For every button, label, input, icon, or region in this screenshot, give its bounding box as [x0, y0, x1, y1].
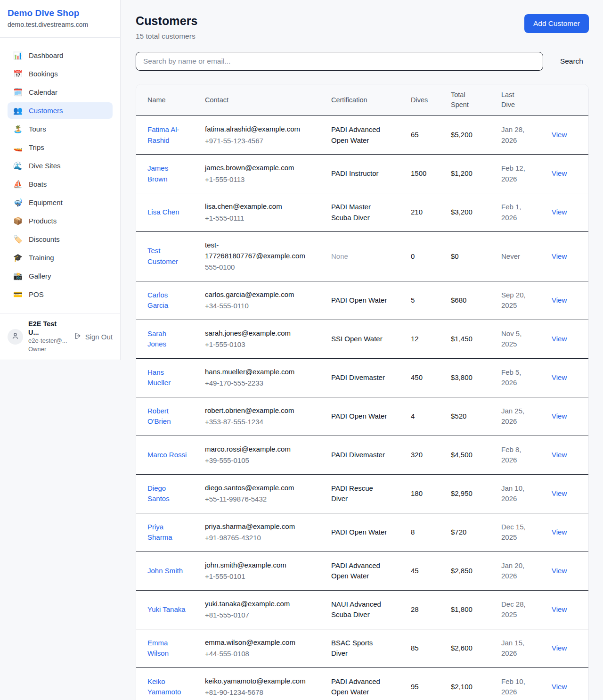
customer-name-link[interactable]: Marco Rossi: [147, 450, 187, 461]
customer-name-link[interactable]: Diego Santos: [147, 483, 187, 504]
sidebar-item-tours[interactable]: 🏝️ Tours: [8, 121, 113, 137]
customer-contact-cell: diego.santos@example.com +55-11-99876-54…: [205, 474, 331, 513]
view-customer-link[interactable]: View: [552, 252, 567, 260]
customer-dives: 12: [411, 320, 451, 358]
customer-dives: 95: [411, 667, 451, 700]
customer-name-link[interactable]: Sarah Jones: [147, 329, 187, 350]
customer-dives: 65: [411, 116, 451, 155]
shop-domain: demo.test.divestreams.com: [8, 21, 113, 28]
customer-row: Sarah Jones sarah.jones@example.com +1-5…: [136, 320, 588, 358]
user-info: E2E Test U... e2e-tester@... Owner: [28, 320, 69, 354]
view-customer-link[interactable]: View: [552, 644, 567, 652]
customers-table: Name Contact Certification Dives Total S…: [136, 84, 588, 700]
sign-out-button[interactable]: Sign Out: [74, 330, 113, 343]
view-customer-link[interactable]: View: [552, 605, 567, 613]
customer-name-link[interactable]: Yuki Tanaka: [147, 604, 186, 615]
customer-phone: 555-0100: [205, 262, 324, 273]
customer-name-link[interactable]: Robert O'Brien: [147, 406, 187, 427]
view-customer-link[interactable]: View: [552, 296, 567, 304]
customer-name-link[interactable]: James Brown: [147, 163, 187, 184]
user-name: E2E Test U...: [28, 320, 69, 337]
view-customer-link[interactable]: View: [552, 208, 567, 216]
customer-dives: 450: [411, 358, 451, 397]
customer-contact-cell: sarah.jones@example.com +1-555-0103: [205, 320, 331, 358]
customer-certification: PADI Divemaster: [331, 436, 411, 474]
customer-contact-cell: priya.sharma@example.com +91-98765-43210: [205, 513, 331, 552]
customer-email: carlos.garcia@example.com: [205, 289, 305, 300]
sidebar-item-dive-sites[interactable]: 🌊 Dive Sites: [8, 157, 113, 174]
customer-contact-cell: hans.mueller@example.com +49-170-555-223…: [205, 358, 331, 397]
search-button[interactable]: Search: [554, 53, 589, 69]
sidebar-item-gallery[interactable]: 📸 Gallery: [8, 268, 113, 284]
sidebar-item-products[interactable]: 📦 Products: [8, 213, 113, 229]
view-customer-link[interactable]: View: [552, 489, 567, 497]
customer-dives: 320: [411, 436, 451, 474]
customer-total-spent: $1,800: [451, 590, 501, 629]
view-customer-link[interactable]: View: [552, 335, 567, 343]
sidebar-item-pos[interactable]: 💳 POS: [8, 286, 113, 303]
customer-certification: PADI Master Scuba Diver: [331, 193, 411, 232]
customer-name-link[interactable]: Lisa Chen: [147, 207, 179, 218]
customer-name-link[interactable]: John Smith: [147, 566, 183, 576]
dashboard-icon: 📊: [13, 52, 23, 59]
sidebar-item-boats[interactable]: ⛵ Boats: [8, 176, 113, 192]
view-customer-link[interactable]: View: [552, 567, 567, 575]
customer-total-spent: $2,950: [451, 474, 501, 513]
customer-last-dive: Feb 1, 2026: [501, 193, 552, 232]
sidebar-item-customers[interactable]: 👥 Customers: [8, 102, 113, 119]
user-email: e2e-tester@...: [28, 337, 69, 345]
view-customer-link[interactable]: View: [552, 131, 567, 139]
user-role: Owner: [28, 346, 69, 354]
sidebar-item-training[interactable]: 🎓 Training: [8, 249, 113, 266]
customer-phone: +1-555-0101: [205, 571, 324, 582]
sidebar-item-dashboard[interactable]: 📊 Dashboard: [8, 47, 113, 64]
column-header-total-spent: Total Spent: [451, 84, 501, 116]
sidebar-item-discounts[interactable]: 🏷️ Discounts: [8, 231, 113, 247]
customer-certification: NAUI Advanced Scuba Diver: [331, 590, 411, 629]
customer-phone: +1-555-0103: [205, 339, 324, 350]
customer-row: Yuki Tanaka yuki.tanaka@example.com +81-…: [136, 590, 588, 629]
customer-total-spent: $0: [451, 232, 501, 281]
customer-email: robert.obrien@example.com: [205, 405, 305, 416]
customer-row: Carlos Garcia carlos.garcia@example.com …: [136, 281, 588, 320]
sidebar-item-bookings[interactable]: 📅 Bookings: [8, 66, 113, 82]
customer-phone: +55-11-99876-5432: [205, 494, 324, 505]
page-header: Customers 15 total customers Add Custome…: [136, 14, 589, 41]
search-input[interactable]: [136, 52, 543, 71]
customer-name-link[interactable]: Priya Sharma: [147, 522, 187, 543]
main-content: Customers 15 total customers Add Custome…: [121, 0, 603, 700]
sidebar-item-equipment[interactable]: 🤿 Equipment: [8, 194, 113, 211]
search-row: Search: [136, 52, 589, 71]
customer-row: Marco Rossi marco.rossi@example.com +39-…: [136, 436, 588, 474]
view-customer-link[interactable]: View: [552, 373, 567, 381]
customer-certification: SSI Open Water: [331, 320, 411, 358]
customer-total-spent: $4,500: [451, 436, 501, 474]
add-customer-button[interactable]: Add Customer: [524, 14, 589, 33]
view-customer-link[interactable]: View: [552, 451, 567, 459]
customer-name-link[interactable]: Keiko Yamamoto: [147, 676, 187, 698]
customer-name-link[interactable]: Fatima Al-Rashid: [147, 124, 187, 146]
customer-last-dive: Feb 10, 2026: [501, 667, 552, 700]
customer-count: 15 total customers: [136, 32, 198, 41]
customer-dives: 180: [411, 474, 451, 513]
customer-total-spent: $2,100: [451, 667, 501, 700]
customer-contact-cell: carlos.garcia@example.com +34-555-0110: [205, 281, 331, 320]
customer-row: Test Customer test-1772681807767@example…: [136, 232, 588, 281]
sidebar-item-calendar[interactable]: 🗓️ Calendar: [8, 84, 113, 100]
customer-total-spent: $5,200: [451, 116, 501, 155]
view-customer-link[interactable]: View: [552, 683, 567, 691]
column-header-last-dive: Last Dive: [501, 84, 552, 116]
customer-name-link[interactable]: Test Customer: [147, 246, 187, 267]
customer-name-link[interactable]: Hans Mueller: [147, 367, 187, 388]
view-customer-link[interactable]: View: [552, 528, 567, 536]
training-icon: 🎓: [13, 254, 23, 262]
view-customer-link[interactable]: View: [552, 412, 567, 420]
customer-name-link[interactable]: Carlos Garcia: [147, 290, 187, 311]
customer-last-dive: Dec 28, 2025: [501, 590, 552, 629]
view-customer-link[interactable]: View: [552, 169, 567, 177]
customer-name-link[interactable]: Emma Wilson: [147, 638, 187, 659]
column-header-actions: [552, 84, 588, 116]
sidebar-item-trips[interactable]: 🚤 Trips: [8, 139, 113, 156]
customer-email: keiko.yamamoto@example.com: [205, 676, 305, 687]
trips-icon: 🚤: [13, 144, 23, 151]
